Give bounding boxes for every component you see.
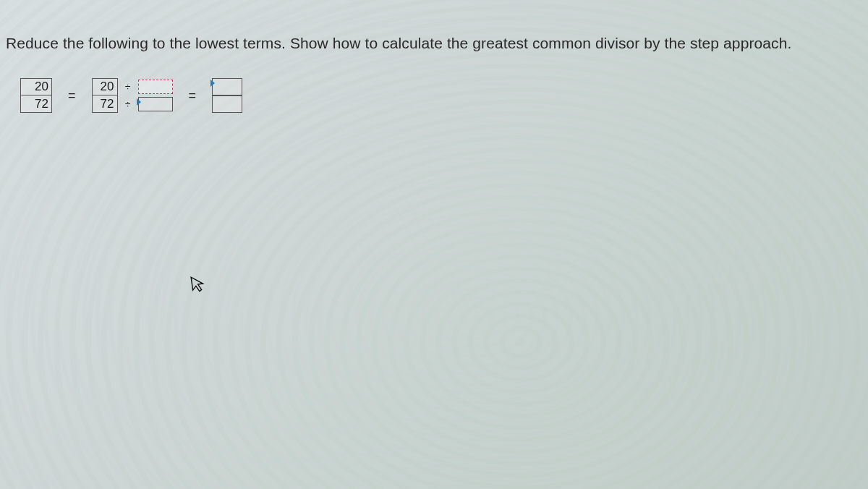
result-numerator-input[interactable] <box>212 78 242 95</box>
content-area: Reduce the following to the lowest terms… <box>0 0 868 113</box>
equals-sign-2: = <box>189 88 197 103</box>
original-denominator: 72 <box>20 95 52 113</box>
divide-symbol-top: ÷ <box>124 81 132 93</box>
equals-sign-1: = <box>68 88 76 103</box>
divide-symbol-bottom: ÷ <box>124 98 132 110</box>
original-fraction: 20 72 <box>20 78 52 113</box>
original-numerator: 20 <box>20 78 52 95</box>
input-marker-icon <box>137 98 141 106</box>
gcd-denominator-input[interactable] <box>138 97 173 111</box>
equation-row: 20 72 = 20 ÷ 72 ÷ = <box>20 78 868 113</box>
step-denominator: 72 <box>92 95 118 113</box>
result-fraction <box>212 78 242 113</box>
cursor-icon <box>190 274 207 299</box>
division-step: 20 ÷ 72 ÷ <box>92 78 173 113</box>
division-denominator-row: 72 ÷ <box>92 95 173 113</box>
input-marker-icon <box>210 80 215 87</box>
step-numerator: 20 <box>92 78 118 95</box>
result-denominator-input[interactable] <box>212 95 242 113</box>
division-numerator-row: 20 ÷ <box>92 78 173 95</box>
gcd-numerator-input[interactable] <box>138 80 173 94</box>
question-text: Reduce the following to the lowest terms… <box>0 0 868 52</box>
